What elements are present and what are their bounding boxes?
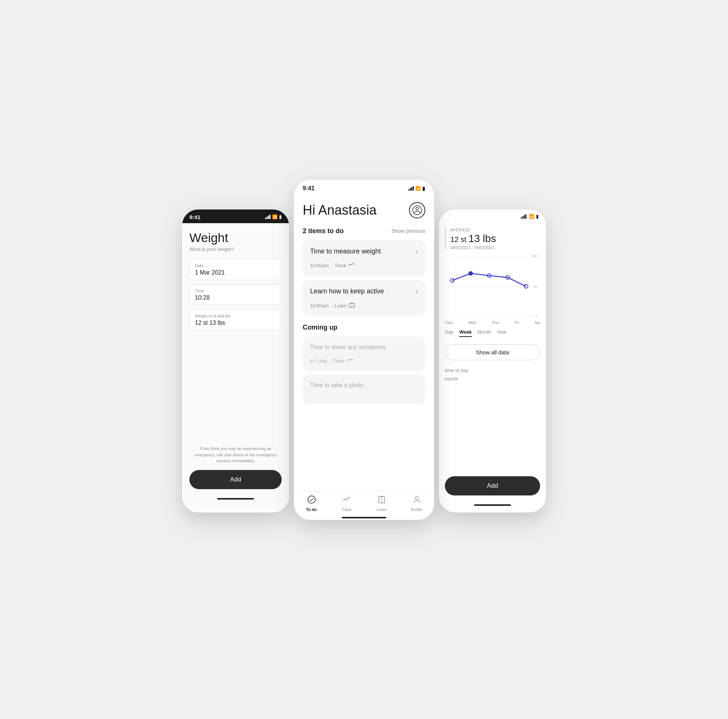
todo-type-1: Track bbox=[335, 263, 346, 268]
left-time: 9:41 bbox=[190, 214, 200, 220]
svg-point-15 bbox=[308, 496, 315, 503]
weight-label: Weight in st and lbs bbox=[195, 314, 276, 318]
signal-icon bbox=[265, 215, 271, 219]
coming-up-dot-1: · bbox=[329, 358, 331, 363]
learn-nav-icon bbox=[377, 495, 386, 506]
svg-text:100: 100 bbox=[532, 254, 537, 258]
todo-time-1: 10:00am bbox=[310, 263, 329, 268]
average-lbs: 13 lbs bbox=[468, 233, 496, 244]
day-label-tues: Tues bbox=[445, 321, 453, 325]
center-status-icons: 📶 ▮ bbox=[408, 185, 425, 192]
avatar-icon[interactable] bbox=[409, 202, 425, 218]
todo-nav-icon bbox=[307, 495, 316, 506]
left-phone: 9:41 📶 ▮ Weight What is your weight? Dat… bbox=[182, 210, 289, 512]
left-home-indicator bbox=[217, 498, 254, 500]
right-add-button[interactable]: Add bbox=[445, 476, 540, 495]
coming-up-card-symptoms[interactable]: Time to share any symptoms In 1 day · Tr… bbox=[303, 337, 425, 371]
coming-up-symptoms-title: Time to share any symptoms bbox=[310, 344, 418, 351]
nav-track[interactable]: Track bbox=[329, 495, 364, 512]
todo-card-weight-content: Time to measure weight 10:00am · Track bbox=[310, 248, 411, 268]
left-add-button[interactable]: Add bbox=[190, 470, 282, 489]
greeting-text: Hi Anastasia bbox=[303, 202, 376, 218]
coming-up-type-1: Track bbox=[333, 358, 345, 363]
time-field[interactable]: Time 10:28 bbox=[190, 285, 282, 305]
svg-text:0: 0 bbox=[535, 314, 537, 318]
average-value: 12 st 13 lbs bbox=[450, 233, 540, 245]
right-home-indicator bbox=[474, 504, 511, 506]
center-home-indicator bbox=[342, 517, 386, 518]
todo-card-weight[interactable]: Time to measure weight 10:00am · Track › bbox=[303, 240, 425, 276]
todo-card-learn[interactable]: Learn how to keep active 10:00am · Learn bbox=[303, 280, 425, 316]
todo-card-learn-meta: 10:00am · Learn bbox=[310, 303, 411, 309]
day-label-fri: Fri bbox=[515, 321, 519, 325]
left-status-bar: 9:41 📶 ▮ bbox=[182, 210, 289, 223]
todo-card-weight-meta: 10:00am · Track bbox=[310, 263, 411, 268]
right-status-bar: 📶 ▮ bbox=[439, 210, 546, 222]
coming-up-card-photo[interactable]: Time to take a photo bbox=[303, 375, 425, 403]
center-status-bar: 9:41 📶 ▮ bbox=[294, 180, 434, 195]
center-signal-icon bbox=[408, 186, 414, 191]
show-previous-link[interactable]: Show previous bbox=[391, 228, 425, 234]
day-label-sat: Sat bbox=[535, 321, 540, 325]
disclaimer-text: If you think you may be experiencing an … bbox=[190, 446, 282, 470]
todo-card-learn-content: Learn how to keep active 10:00am · Learn bbox=[310, 287, 411, 309]
nav-learn[interactable]: Learn bbox=[364, 495, 399, 512]
center-wifi-icon: 📶 bbox=[415, 186, 421, 191]
right-status-icons: 📶 ▮ bbox=[521, 214, 538, 219]
track-icon-1 bbox=[349, 263, 355, 268]
profile-nav-label: Profile bbox=[411, 507, 422, 512]
center-phone: 9:41 📶 ▮ Hi Anastasia bbox=[294, 180, 434, 520]
tab-day[interactable]: Day bbox=[445, 329, 453, 337]
nav-profile[interactable]: Profile bbox=[399, 495, 434, 512]
svg-point-12 bbox=[416, 207, 419, 210]
coming-up-photo-title: Time to take a photo bbox=[310, 382, 418, 389]
scene: 9:41 📶 ▮ Weight What is your weight? Dat… bbox=[182, 180, 546, 540]
right-phone: 📶 ▮ AVERAGE 12 st 13 lbs 28/02/2021 - 06… bbox=[439, 210, 546, 512]
todo-nav-label: To do bbox=[306, 507, 317, 512]
show-all-button[interactable]: Show all data bbox=[445, 344, 540, 360]
page-title: Weight bbox=[190, 230, 282, 245]
coming-up-title: Coming up bbox=[303, 323, 425, 331]
todo-dot-1: · bbox=[331, 263, 333, 268]
profile-nav-icon bbox=[412, 495, 421, 506]
time-value: 10:28 bbox=[195, 294, 276, 301]
chevron-right-icon-2: › bbox=[416, 287, 418, 295]
date-value: 1 Mar 2021 bbox=[195, 269, 276, 276]
svg-text:50: 50 bbox=[534, 285, 537, 288]
left-content: Weight What is your weight? Date 1 Mar 2… bbox=[182, 223, 289, 510]
date-field[interactable]: Date 1 Mar 2021 bbox=[190, 259, 282, 280]
page-subtitle: What is your weight? bbox=[190, 247, 282, 252]
filter-time-label: time of day bbox=[445, 368, 540, 373]
weight-field[interactable]: Weight in st and lbs 12 st 13 lbs bbox=[190, 310, 282, 330]
right-battery-icon: ▮ bbox=[536, 214, 538, 219]
date-label: Date bbox=[195, 264, 276, 268]
coming-up-section: Coming up Time to share any symptoms In … bbox=[303, 323, 425, 403]
chevron-right-icon-1: › bbox=[416, 248, 418, 255]
tab-month[interactable]: Month bbox=[478, 329, 491, 337]
average-st: 12 st bbox=[450, 235, 468, 244]
battery-icon: ▮ bbox=[279, 214, 282, 219]
filter-options: time of day month bbox=[439, 365, 546, 385]
filter-month-label: month bbox=[445, 376, 540, 382]
todo-type-2: Learn bbox=[335, 303, 347, 308]
svg-point-7 bbox=[469, 271, 473, 275]
avatar-svg bbox=[412, 205, 422, 215]
center-battery-icon: ▮ bbox=[422, 185, 425, 192]
tab-year[interactable]: Year bbox=[497, 329, 506, 337]
chart-stats: AVERAGE 12 st 13 lbs 28/02/2021 - 06/03/… bbox=[445, 228, 540, 250]
wifi-icon: 📶 bbox=[272, 214, 278, 219]
greeting-row: Hi Anastasia bbox=[303, 202, 425, 218]
right-signal-icon bbox=[521, 214, 526, 219]
todo-card-weight-title: Time to measure weight bbox=[310, 248, 411, 255]
track-nav-label: Track bbox=[341, 507, 352, 512]
nav-todo[interactable]: To do bbox=[294, 495, 329, 512]
right-wifi-icon: 📶 bbox=[529, 214, 535, 219]
left-status-icons: 📶 ▮ bbox=[265, 214, 282, 219]
learn-nav-label: Learn bbox=[376, 507, 387, 512]
center-time: 9:41 bbox=[303, 185, 315, 192]
time-label: Time bbox=[195, 288, 276, 293]
todo-card-learn-title: Learn how to keep active bbox=[310, 287, 411, 295]
period-tabs: Day Week Month Year bbox=[439, 326, 546, 340]
tab-week[interactable]: Week bbox=[459, 329, 472, 337]
todo-time-2: 10:00am bbox=[310, 303, 329, 308]
